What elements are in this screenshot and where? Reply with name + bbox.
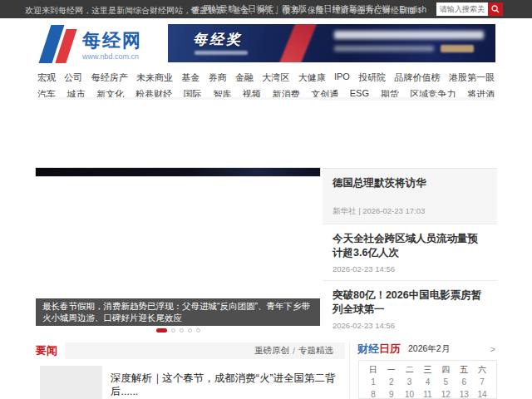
calendar-grid: 日 一 二 三 四 五 六 1 2 3 4 5 6 7 8 9 10 11 12… bbox=[364, 364, 491, 399]
column-divider bbox=[349, 342, 350, 399]
separator: | bbox=[310, 5, 313, 14]
site-url: www.nbd.com.cn bbox=[82, 52, 142, 61]
calendar-day[interactable]: 13 bbox=[455, 389, 473, 399]
weekday-label: 日 bbox=[364, 364, 382, 375]
calendar-day[interactable]: 9 bbox=[382, 389, 401, 399]
calendar-day[interactable]: 7 bbox=[473, 377, 491, 387]
weekday-label: 二 bbox=[401, 364, 419, 375]
calendar-day[interactable]: 4 bbox=[419, 377, 437, 387]
calendar-day[interactable]: 10 bbox=[401, 389, 419, 399]
carousel-dot[interactable] bbox=[180, 328, 184, 332]
separator: | bbox=[394, 5, 397, 14]
weekday-label: 五 bbox=[455, 364, 473, 375]
list-item[interactable]: 德国总理默茨将访华 新华社 | 2026-02-23 17:03 bbox=[323, 168, 497, 224]
news-meta: 新华社 | 2026-02-23 17:03 bbox=[332, 206, 487, 217]
finance-calendar-title[interactable]: 财经日历 bbox=[357, 342, 401, 357]
top-utility-bar: 欢迎来到每经网，这里是新闻综合财经网站，覆盖股票、基金、外汇、债券、保险、理财等… bbox=[0, 0, 532, 18]
search-input[interactable] bbox=[436, 2, 488, 16]
calendar-day[interactable]: 2 bbox=[382, 377, 401, 387]
story-thumbnail-placeholder[interactable] bbox=[40, 366, 102, 399]
link-today-paper[interactable]: 今日报纸 bbox=[239, 3, 273, 15]
banner-subtext-blur bbox=[195, 51, 248, 55]
calendar-day[interactable]: 14 bbox=[473, 389, 491, 399]
site-logo[interactable]: 每经网 www.nbd.com.cn bbox=[37, 25, 162, 65]
nbd-homepage: 欢迎来到每经网，这里是新闻综合财经网站，覆盖股票、基金、外汇、债券、保险、理财等… bbox=[0, 0, 532, 399]
carousel-dot[interactable] bbox=[188, 328, 192, 332]
nav-future-business[interactable]: 未来商业 bbox=[136, 71, 173, 84]
carousel-dot[interactable] bbox=[171, 328, 175, 332]
calendar-day[interactable]: 12 bbox=[436, 389, 455, 399]
news-title: 德国总理默茨将访华 bbox=[332, 176, 487, 190]
tab-original[interactable]: 重磅原创 bbox=[254, 345, 289, 357]
weekday-label: 四 bbox=[436, 364, 455, 375]
search-box bbox=[436, 2, 503, 16]
search-icon bbox=[491, 5, 500, 13]
headline-list: 德国总理默茨将访华 新华社 | 2026-02-23 17:03 今天全社会跨区… bbox=[323, 168, 497, 337]
nav-greater-bay[interactable]: 大湾区 bbox=[262, 71, 289, 84]
news-section-tabs: 要闻 重磅原创 / 专题精选 bbox=[36, 342, 345, 359]
banner-gold-highlight bbox=[441, 45, 474, 52]
nav-ipo[interactable]: IPO bbox=[334, 71, 350, 84]
calendar-day[interactable]: 3 bbox=[401, 377, 419, 387]
news-meta: 2026-02-23 14:56 bbox=[332, 321, 487, 330]
calendar-day[interactable]: 6 bbox=[455, 377, 473, 387]
nav-realestate[interactable]: 每经房产 bbox=[91, 71, 128, 84]
tab-separator: / bbox=[293, 346, 295, 356]
finance-calendar-header: 财经日历 2026年2月 > bbox=[357, 342, 497, 357]
banner-title: 每经奖 bbox=[193, 30, 243, 49]
separator: | bbox=[276, 5, 278, 14]
calendar-title-blue: 财经 bbox=[357, 342, 379, 355]
banner-red-swoosh bbox=[274, 24, 319, 62]
story-headline[interactable]: 深度解析｜这个春节，成都消费“火”进全国第二背后...... bbox=[111, 372, 339, 398]
calendar-month-label: 2026年2月 bbox=[408, 343, 450, 355]
calendar-day[interactable]: 8 bbox=[364, 389, 382, 399]
weekday-label: 一 bbox=[382, 364, 401, 375]
topbar-links: 网站导航 今日报纸 | 图文版 | 每日经济新闻客户端 | English bbox=[190, 0, 503, 18]
link-app-client[interactable]: 每日经济新闻客户端 bbox=[316, 3, 391, 15]
nav-finance[interactable]: 金融 bbox=[235, 71, 254, 84]
nav-brand-value[interactable]: 品牌价值榜 bbox=[395, 71, 441, 84]
nav-brokers[interactable]: 券商 bbox=[209, 71, 227, 84]
carousel-pagination bbox=[36, 328, 320, 332]
weekday-label: 三 bbox=[419, 364, 437, 375]
weekday-label: 六 bbox=[473, 364, 491, 375]
logo-n-icon bbox=[37, 25, 74, 63]
nav-research[interactable]: 投研院 bbox=[358, 71, 386, 84]
link-graphic-edition[interactable]: 图文版 bbox=[282, 3, 307, 15]
list-item[interactable]: 突破80亿！2026中国电影票房暂列全球第一 2026-02-23 14:56 bbox=[323, 280, 497, 337]
banner-slogan-blur-line1 bbox=[334, 31, 484, 39]
carousel-dot[interactable] bbox=[196, 328, 200, 332]
list-item[interactable]: 今天全社会跨区域人员流动量预计超3.6亿人次 2026-02-23 14:56 bbox=[323, 224, 497, 280]
carousel-dot-active[interactable] bbox=[156, 328, 167, 332]
calendar-day[interactable]: 1 bbox=[364, 377, 382, 387]
nav-health[interactable]: 大健康 bbox=[298, 71, 326, 84]
hero-carousel[interactable]: 最长春节假期，消费新趋势已浮现：父母进城“反向团圆”、青年下乡带火小城周边游、口… bbox=[36, 100, 320, 326]
nav-macro[interactable]: 宏观 bbox=[37, 71, 56, 84]
tab-special[interactable]: 专题精选 bbox=[298, 345, 333, 357]
nav-funds[interactable]: 基金 bbox=[181, 71, 200, 84]
tab-top-news[interactable]: 要闻 bbox=[36, 343, 57, 358]
banner-slogan-blur-line2 bbox=[334, 46, 434, 52]
nav-company[interactable]: 公司 bbox=[64, 71, 82, 84]
logo-text: 每经网 www.nbd.com.cn bbox=[82, 25, 142, 65]
calendar-next-arrow[interactable]: > bbox=[490, 344, 497, 354]
calendar-title-red: 日历 bbox=[379, 342, 401, 355]
carousel-caption[interactable]: 最长春节假期，消费新趋势已浮现：父母进城“反向团圆”、青年下乡带火小城周边游、口… bbox=[36, 298, 320, 326]
link-site-nav[interactable]: 网站导航 bbox=[203, 3, 236, 15]
news-title: 今天全社会跨区域人员流动量预计超3.6亿人次 bbox=[332, 232, 487, 260]
finance-calendar: 日 一 二 三 四 五 六 1 2 3 4 5 6 7 8 9 10 11 12… bbox=[358, 360, 497, 399]
carousel-loading-image-strip bbox=[36, 168, 320, 176]
site-nav-icon bbox=[190, 6, 198, 13]
calendar-day[interactable]: 11 bbox=[419, 389, 437, 399]
nav-row-1: 宏观 公司 每经房产 未来商业 基金 券商 金融 大湾区 大健康 IPO 投研院… bbox=[37, 71, 495, 84]
header-banner-ad[interactable]: 每经奖 bbox=[168, 24, 495, 62]
search-button[interactable] bbox=[488, 2, 503, 16]
site-name: 每经网 bbox=[82, 31, 142, 51]
tab-strip: 重磅原创 / 专题精选 bbox=[65, 342, 345, 359]
calendar-day[interactable]: 5 bbox=[436, 377, 455, 387]
nav-hk-stocks[interactable]: 港股第一眼 bbox=[449, 71, 495, 84]
news-title: 突破80亿！2026中国电影票房暂列全球第一 bbox=[332, 288, 487, 317]
news-meta: 2026-02-23 14:56 bbox=[332, 264, 487, 273]
link-english[interactable]: English bbox=[399, 5, 426, 14]
